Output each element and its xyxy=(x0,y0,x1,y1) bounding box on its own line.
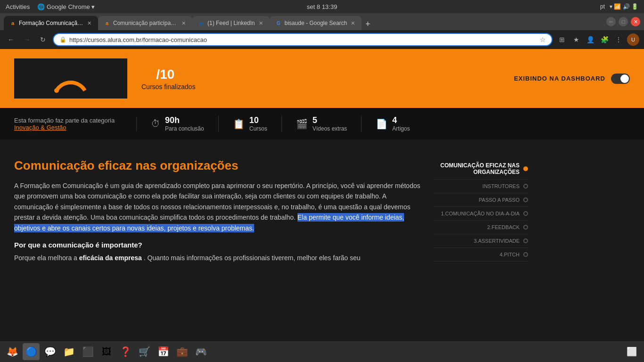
reload-button[interactable]: ↻ xyxy=(37,33,49,46)
tab4-close[interactable]: ✕ xyxy=(350,19,356,27)
content-left: Comunicação eficaz nas organizações A Fo… xyxy=(14,158,424,362)
tab2-label: Comunicação participativ... xyxy=(113,20,178,26)
tab2-close[interactable]: ✕ xyxy=(181,19,187,27)
intro-text: A Formação em Comunicação é um guia de a… xyxy=(14,181,424,233)
sub-text: Porque ela melhora a eficácia da empresa… xyxy=(14,253,424,263)
svg-point-0 xyxy=(54,88,59,93)
taskbar-discord[interactable]: 🎮 xyxy=(192,343,209,360)
stat-courses-number: 10 xyxy=(249,115,267,125)
sidebar-circle-1 xyxy=(523,184,528,189)
sidebar-nav-item-2[interactable]: PASSO A PASSO xyxy=(434,193,528,207)
dashboard-toggle[interactable] xyxy=(611,74,630,84)
tab1-close[interactable]: ✕ xyxy=(86,19,92,27)
os-bar: Activities 🌐 Google Chrome ▾ set 8 13:39… xyxy=(0,0,644,13)
dashboard-label: EXIBINDO NA DASHBOARD xyxy=(514,75,605,82)
extension-icon[interactable]: 🧩 xyxy=(599,34,610,45)
menu-icon[interactable]: ⋮ xyxy=(613,34,624,45)
stat-videos-number: 5 xyxy=(313,115,347,125)
info-bar: Esta formação faz parte da categoria Ino… xyxy=(0,108,644,140)
minimize-button[interactable]: ─ xyxy=(606,17,616,26)
sidebar-nav-item-0[interactable]: COMUNICAÇÃO EFICAZ NAS ORGANIZAÇÕES xyxy=(434,158,528,180)
address-text: https://cursos.alura.com.br/formacao-com… xyxy=(69,36,207,43)
taskbar-chrome[interactable]: 🔵 xyxy=(23,343,40,360)
courses-icon: 📋 xyxy=(233,118,245,130)
stat-hours-label: Para conclusão xyxy=(165,125,204,132)
taskbar-chat[interactable]: 💬 xyxy=(41,343,58,360)
sidebar-label-0: COMUNICAÇÃO EFICAZ NAS ORGANIZAÇÕES xyxy=(434,162,520,175)
stat-courses-label: Cursos xyxy=(249,125,267,132)
sidebar-circle-4 xyxy=(523,225,528,230)
taskbar-slack[interactable]: 💼 xyxy=(173,343,190,360)
sidebar-nav-item-3[interactable]: 1.COMUNICAÇÃO NO DIA-A-DIA xyxy=(434,207,528,221)
taskbar-firefox[interactable]: 🦊 xyxy=(4,343,21,360)
new-tab-button[interactable]: + xyxy=(362,18,374,30)
taskbar-photos[interactable]: 🖼 xyxy=(98,343,115,360)
toggle-knob xyxy=(620,74,629,83)
score-display: 10/10 xyxy=(141,67,500,82)
window-controls: ─ □ ✕ xyxy=(606,17,640,26)
sidebar-nav-item-4[interactable]: 2.FEEDBACK xyxy=(434,221,528,234)
taskbar-files[interactable]: 📁 xyxy=(60,343,77,360)
tab-linkedin[interactable]: in (1) Feed | LinkedIn ✕ xyxy=(192,16,270,30)
category-link[interactable]: Inovação & Gestão xyxy=(14,124,66,131)
article-icon: 📄 xyxy=(376,118,388,130)
address-bar[interactable]: 🔒 https://cursos.alura.com.br/formacao-c… xyxy=(53,33,553,46)
chrome-titlebar: a Formação Comunicação | ✕ a Comunicação… xyxy=(0,13,644,30)
sidebar-label-6: 4.PITCH xyxy=(500,252,520,257)
stat-hours-number: 90h xyxy=(165,115,204,125)
tabs-row: a Formação Comunicação | ✕ a Comunicação… xyxy=(4,13,601,30)
grid-icon[interactable]: ⊞ xyxy=(556,34,568,45)
header-info: 10/10 Cursos finalizados xyxy=(141,67,500,90)
sidebar-dot-0 xyxy=(523,166,528,171)
os-bar-left: Activities 🌐 Google Chrome ▾ xyxy=(6,3,95,10)
tab3-label: (1) Feed | LinkedIn xyxy=(207,20,255,26)
tab-comunicacao[interactable]: a Comunicação participativ... ✕ xyxy=(98,16,192,30)
courses-finished-label: Cursos finalizados xyxy=(141,83,500,90)
tab4-label: bisaude - Google Search xyxy=(285,20,347,26)
page-content: 10/10 Cursos finalizados EXIBINDO NA DAS… xyxy=(0,49,644,362)
address-actions: ⊞ ★ 👤 🧩 ⋮ U xyxy=(556,33,639,46)
lock-icon: 🔒 xyxy=(59,36,66,43)
sidebar-nav-item-6[interactable]: 4.PITCH xyxy=(434,248,528,262)
taskbar-apps[interactable]: ⬜ xyxy=(623,343,640,360)
taskbar: 🦊 🔵 💬 📁 ⬛ 🖼 ❓ 🛒 📅 💼 🎮 ⬜ xyxy=(0,341,644,362)
stat-articles-number: 4 xyxy=(392,115,410,125)
sidebar-circle-5 xyxy=(523,239,528,243)
profile-icon[interactable]: 👤 xyxy=(585,34,596,45)
forward-button[interactable]: → xyxy=(21,33,33,46)
score-done: 10 xyxy=(141,67,156,82)
stat-articles: 📄 4 Artigos xyxy=(362,115,424,132)
sidebar-label-5: 3.ASSERTIVIDADE xyxy=(474,238,520,244)
star-icon[interactable]: ★ xyxy=(570,34,582,45)
stat-articles-label: Artigos xyxy=(392,125,410,132)
tab2-favicon: a xyxy=(104,20,110,26)
sidebar-nav-item-1[interactable]: INSTRUTORES xyxy=(434,180,528,193)
sidebar-label-2: PASSO A PASSO xyxy=(479,197,520,203)
back-button[interactable]: ← xyxy=(5,33,17,46)
sidebar-circle-6 xyxy=(523,252,528,257)
orange-header: 10/10 Cursos finalizados EXIBINDO NA DAS… xyxy=(0,49,644,108)
tab4-favicon: G xyxy=(275,20,282,26)
tab3-close[interactable]: ✕ xyxy=(258,19,264,27)
activities-label[interactable]: Activities xyxy=(6,3,30,10)
close-button[interactable]: ✕ xyxy=(631,17,640,26)
taskbar-software[interactable]: 🛒 xyxy=(136,343,153,360)
dashboard-toggle-area: EXIBINDO NA DASHBOARD xyxy=(514,74,630,84)
sidebar-label-1: INSTRUTORES xyxy=(482,183,520,189)
maximize-button[interactable]: □ xyxy=(619,17,628,26)
section-title: Comunicação eficaz nas organizações xyxy=(14,158,424,173)
sidebar-label-3: 1.COMUNICAÇÃO NO DIA-A-DIA xyxy=(441,211,520,216)
taskbar-calendar[interactable]: 📅 xyxy=(155,343,172,360)
sidebar-nav-item-5[interactable]: 3.ASSERTIVIDADE xyxy=(434,234,528,248)
stat-videos: 🎬 5 Vídeos extras xyxy=(282,115,362,132)
taskbar-help[interactable]: ❓ xyxy=(117,343,134,360)
taskbar-terminal[interactable]: ⬛ xyxy=(79,343,96,360)
tab-google[interactable]: G bisaude - Google Search ✕ xyxy=(270,16,362,30)
main-area: Comunicação eficaz nas organizações A Fo… xyxy=(0,140,644,362)
sub-text-prefix: Porque ela melhora a xyxy=(14,254,77,262)
tab3-favicon: in xyxy=(198,20,205,26)
os-bar-right: pt ▾ 📶 🔊 🔋 xyxy=(600,3,638,10)
tab-formacao[interactable]: a Formação Comunicação | ✕ xyxy=(4,16,98,30)
user-avatar[interactable]: U xyxy=(627,33,639,46)
bookmark-icon[interactable]: ☆ xyxy=(540,36,546,43)
